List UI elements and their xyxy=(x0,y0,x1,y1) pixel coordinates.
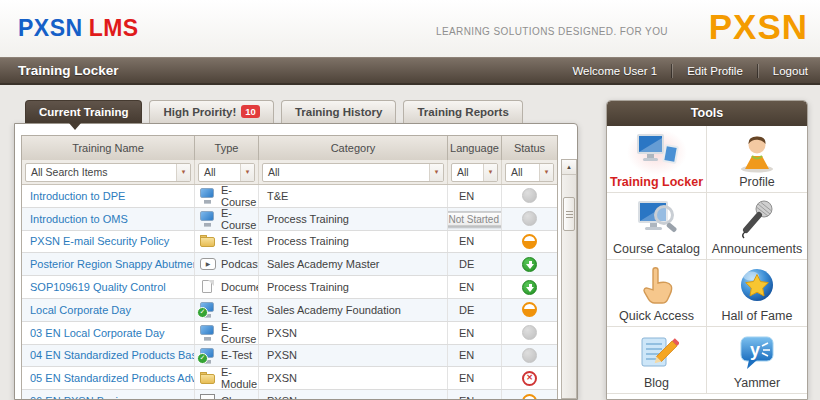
status-cell xyxy=(502,231,557,253)
brand-logo: PXSN xyxy=(709,7,808,47)
tool-hall-of-fame[interactable]: Hall of Fame xyxy=(707,260,807,327)
training-name-link[interactable]: Introduction to DPE xyxy=(30,190,125,202)
scrollbar-thumb[interactable] xyxy=(563,197,575,231)
type-label: E-Course xyxy=(221,322,258,344)
table-row: 06 EN PXSN BasicClassroomPXSNEN xyxy=(22,390,557,400)
type-cell: E-Course xyxy=(195,322,259,344)
status-download-icon xyxy=(522,257,537,272)
training-name-link[interactable]: 06 EN PXSN Basic xyxy=(30,395,124,400)
tool-training-locker[interactable]: Training Locker xyxy=(607,126,707,193)
tab-label: High Proirity! xyxy=(163,106,236,118)
chevron-down-icon: ▾ xyxy=(539,164,553,181)
column-status: Status xyxy=(502,136,557,160)
column-category: Category xyxy=(259,136,448,160)
tool-quick-access[interactable]: Quick Access xyxy=(607,260,707,327)
training-name-cell: Local Corporate Day xyxy=(22,299,195,321)
monitor-magnifier-icon xyxy=(627,196,687,242)
tool-course-catalog[interactable]: Course Catalog xyxy=(607,193,707,260)
language-cell: EN xyxy=(448,390,502,400)
tools-grid: Training LockerProfileCourse CatalogAnno… xyxy=(607,126,807,394)
e-course-monitor-icon xyxy=(200,325,216,340)
category-cell: Process Training xyxy=(259,231,448,253)
training-name-link[interactable]: Posterior Region Snappy Abutment P01 xyxy=(30,258,195,270)
training-name-link[interactable]: 05 EN Standardized Products Advanced xyxy=(30,372,195,384)
category-cell: PXSN xyxy=(259,345,448,367)
tool-profile[interactable]: Profile xyxy=(707,126,807,193)
training-name-cell: 03 EN Local Corporate Day xyxy=(22,322,195,344)
training-name-link[interactable]: Introduction to OMS xyxy=(30,213,128,225)
tab-training-history[interactable]: Training History xyxy=(281,100,397,123)
category-cell: T&E xyxy=(259,185,448,207)
table-row: SOP109619 Quality ControlDocumentProcess… xyxy=(22,276,557,299)
category-cell: PXSN xyxy=(259,322,448,344)
divider xyxy=(757,64,759,78)
language-cell: EN xyxy=(448,185,502,207)
e-course-monitor-icon xyxy=(200,188,216,203)
tool-yammer[interactable]: yYammer xyxy=(707,327,807,394)
tool-label: Announcements xyxy=(712,242,802,256)
table-body: Introduction to DPEE-CourseT&EENIntroduc… xyxy=(22,185,557,400)
type-cell: ✓E-Test xyxy=(195,299,259,321)
training-name-link[interactable]: 04 EN Standardized Products Basic xyxy=(30,349,195,361)
current-training-panel: Training Name Type Category Language Sta… xyxy=(14,123,578,400)
scroll-up-arrow-icon[interactable]: ▲ xyxy=(562,160,576,175)
language-cell: EN xyxy=(448,322,502,344)
divider xyxy=(671,64,673,78)
lms-app: PXSNLMS LEARNING SOLUTIONS DESIGNED. FOR… xyxy=(0,0,820,400)
column-training-name: Training Name xyxy=(22,136,195,160)
tool-announcements[interactable]: Announcements xyxy=(707,193,807,260)
type-label: E-Course xyxy=(221,208,258,230)
yammer-icon: y xyxy=(727,330,787,376)
e-test-monitor-check-icon: ✓ xyxy=(200,348,216,363)
type-label: E-Test xyxy=(221,349,252,361)
logout-link[interactable]: Logout xyxy=(771,65,810,77)
category-cell: Sales Academy Master xyxy=(259,253,448,275)
table-header: Training Name Type Category Language Sta… xyxy=(22,136,557,160)
training-name-link[interactable]: PXSN E-mail Security Policy xyxy=(30,235,169,247)
category-cell: PXSN xyxy=(259,367,448,389)
table-scrollbar[interactable]: ▲ xyxy=(561,159,577,399)
status-download-icon xyxy=(522,280,537,295)
table-row: Introduction to OMSE-CourseProcess Train… xyxy=(22,208,557,231)
page-title: Training Locker xyxy=(18,58,119,83)
status-not-started-icon xyxy=(522,325,537,340)
edit-profile-link[interactable]: Edit Profile xyxy=(685,65,745,77)
tool-label: Yammer xyxy=(734,376,780,390)
tool-blog[interactable]: Blog xyxy=(607,327,707,394)
microphone-icon xyxy=(727,196,787,242)
tab-bar: Current TrainingHigh Proirity!10Training… xyxy=(25,100,523,123)
type-filter-dropdown[interactable]: All ▾ xyxy=(198,163,255,182)
type-cell: E-Course xyxy=(195,208,259,230)
training-table: Training Name Type Category Language Sta… xyxy=(21,135,558,400)
category-filter-dropdown[interactable]: All ▾ xyxy=(262,163,444,182)
training-name-link[interactable]: 03 EN Local Corporate Day xyxy=(30,327,165,339)
table-row: 04 EN Standardized Products Basic✓E-Test… xyxy=(22,345,557,368)
training-name-cell: PXSN E-mail Security Policy xyxy=(22,231,195,253)
status-filter-dropdown[interactable]: All ▾ xyxy=(505,163,554,182)
tab-training-reports[interactable]: Training Reports xyxy=(403,100,522,123)
status-in-progress-icon xyxy=(522,302,537,317)
chevron-down-icon: ▾ xyxy=(176,164,190,181)
tab-high-proirity[interactable]: High Proirity!10 xyxy=(149,100,273,123)
status-failed-icon: ✕ xyxy=(522,371,537,386)
training-name-cell: Posterior Region Snappy Abutment P01 xyxy=(22,253,195,275)
training-name-cell: Introduction to OMS xyxy=(22,208,195,230)
e-course-monitor-icon xyxy=(200,211,216,226)
training-name-link[interactable]: Local Corporate Day xyxy=(30,304,131,316)
top-header: PXSNLMS LEARNING SOLUTIONS DESIGNED. FOR… xyxy=(0,0,820,58)
training-name-filter-dropdown[interactable]: All Search Items ▾ xyxy=(25,163,191,182)
welcome-user: Welcome User 1 xyxy=(570,65,659,77)
language-cell: DE xyxy=(448,253,502,275)
column-language: Language xyxy=(448,136,502,160)
training-name-link[interactable]: SOP109619 Quality Control xyxy=(30,281,166,293)
table-row: Local Corporate Day✓E-TestSales Academy … xyxy=(22,299,557,322)
tool-label: Training Locker xyxy=(610,175,703,189)
chevron-down-icon: ▾ xyxy=(240,164,254,181)
tab-current-training[interactable]: Current Training xyxy=(25,100,142,123)
chevron-down-icon: ▾ xyxy=(429,164,443,181)
tools-panel: Tools Training LockerProfileCourse Catal… xyxy=(606,100,808,400)
tool-label: Profile xyxy=(739,175,774,189)
star-orb-icon xyxy=(727,263,787,309)
language-filter-dropdown[interactable]: All ▾ xyxy=(451,163,498,182)
user-links: Welcome User 1 Edit Profile Logout xyxy=(570,58,810,83)
